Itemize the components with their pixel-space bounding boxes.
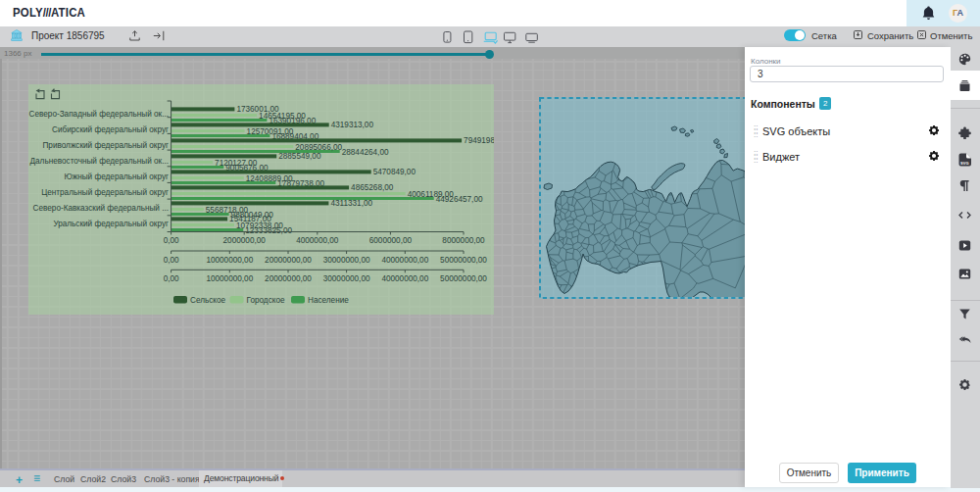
- svg-text:4000000,00: 4000000,00: [296, 236, 339, 245]
- svg-text:4319313,00: 4319313,00: [331, 121, 374, 129]
- svg-text:Дальневосточный федеральный ок: Дальневосточный федеральный ок...: [30, 157, 169, 166]
- svg-text:0,00: 0,00: [164, 236, 179, 245]
- svg-text:40000000,00: 40000000,00: [381, 256, 428, 265]
- svg-text:20000000,00: 20000000,00: [265, 256, 312, 265]
- svg-text:10000000,00: 10000000,00: [206, 256, 253, 265]
- svg-text:5470849,00: 5470849,00: [373, 168, 416, 176]
- svg-text:50000000,00: 50000000,00: [440, 256, 487, 265]
- svg-text:0,00: 0,00: [164, 274, 179, 283]
- svg-text:8000000,00: 8000000,00: [442, 236, 485, 245]
- svg-text:Городское: Городское: [247, 296, 285, 305]
- svg-text:Сельское: Сельское: [190, 296, 226, 305]
- svg-text:Приволжский федеральный округ: Приволжский федеральный округ: [42, 141, 169, 150]
- svg-text:6000000,00: 6000000,00: [369, 236, 413, 245]
- svg-text:4865268,00: 4865268,00: [351, 183, 394, 192]
- svg-text:12333825,00: 12333825,00: [245, 226, 292, 235]
- svg-text:30000000,00: 30000000,00: [323, 256, 370, 265]
- svg-text:Северо-Западный федеральный ок: Северо-Западный федеральный ок...: [29, 110, 169, 119]
- svg-text:Северо-Кавказский федеральный: Северо-Кавказский федеральный ...: [33, 204, 169, 213]
- svg-text:20000000,00: 20000000,00: [265, 274, 312, 283]
- svg-text:Центральный федеральный округ: Центральный федеральный округ: [41, 188, 169, 197]
- svg-text:40000000,00: 40000000,00: [381, 274, 428, 283]
- svg-text:4311331,00: 4311331,00: [330, 199, 372, 208]
- svg-text:Уральский федеральный округ: Уральский федеральный округ: [53, 220, 169, 228]
- svg-text:Население: Население: [308, 296, 349, 305]
- svg-text:10000000,00: 10000000,00: [206, 274, 253, 283]
- svg-text:20895066,00: 20895066,00: [295, 143, 342, 152]
- svg-text:2000000,00: 2000000,00: [223, 236, 267, 245]
- svg-text:Сибирский федеральный округ: Сибирский федеральный округ: [52, 125, 169, 134]
- svg-text:30000000,00: 30000000,00: [323, 274, 370, 283]
- svg-text:SVG: SVG: [960, 160, 968, 165]
- svg-text:28844264,00: 28844264,00: [342, 148, 389, 157]
- svg-text:2885549,00: 2885549,00: [278, 152, 321, 161]
- svg-text:0,00: 0,00: [164, 256, 179, 265]
- svg-text:Южный федеральный округ: Южный федеральный округ: [64, 172, 169, 181]
- svg-text:44926457,00: 44926457,00: [436, 195, 483, 204]
- svg-text:50000000,00: 50000000,00: [440, 274, 487, 283]
- svg-text:7949198,00: 7949198,00: [464, 136, 494, 145]
